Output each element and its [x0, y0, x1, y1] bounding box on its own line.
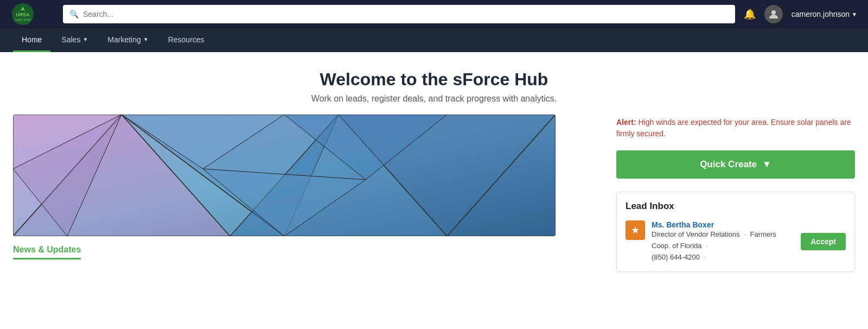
nav-item-sales[interactable]: Sales ▼: [53, 28, 97, 52]
search-input[interactable]: [83, 10, 729, 18]
content-row: News & Updates Alert: High winds are exp…: [0, 115, 868, 285]
left-panel: News & Updates: [0, 115, 608, 285]
topbar-right: 🔔 cameron.johnson ▼: [744, 5, 857, 23]
logo-area: URSA major solar: [11, 2, 54, 26]
lead-title: Director of Vendor Relations: [652, 230, 740, 238]
topbar: URSA major solar 🔍 🔔 cameron.johnson ▼: [0, 0, 868, 28]
alert-text: High winds are expected for your area. E…: [616, 118, 851, 138]
svg-text:major solar: major solar: [15, 18, 31, 21]
alert-label: Alert:: [616, 118, 636, 126]
right-panel: Alert: High winds are expected for your …: [608, 115, 868, 285]
bell-icon[interactable]: 🔔: [744, 8, 756, 20]
quick-create-chevron-icon: ▼: [762, 159, 771, 170]
lead-details: Director of Vendor Relations · Farmers C…: [652, 229, 794, 263]
nav-sales-label: Sales: [61, 35, 80, 44]
username-text: cameron.johnson: [792, 10, 850, 18]
nav-item-home[interactable]: Home: [13, 28, 50, 52]
nav-sales-chevron: ▼: [82, 36, 88, 42]
lead-inbox-card: Lead Inbox ★ Ms. Bertha Boxer Director o…: [616, 192, 855, 272]
navbar: Home Sales ▼ Marketing ▼ Resources: [0, 28, 868, 52]
lead-inbox-title: Lead Inbox: [626, 201, 846, 212]
nav-marketing-chevron: ▼: [143, 36, 149, 42]
avatar[interactable]: [764, 5, 783, 23]
logo-icon: URSA major solar: [11, 2, 35, 26]
star-icon: ★: [631, 224, 640, 236]
news-section: News & Updates: [13, 245, 595, 260]
main-content: Welcome to the sForce Hub Work on leads,…: [0, 52, 868, 329]
username[interactable]: cameron.johnson ▼: [792, 10, 857, 18]
nav-item-marketing[interactable]: Marketing ▼: [99, 28, 157, 52]
search-icon: 🔍: [69, 10, 79, 18]
hero-subtitle: Work on leads, register deals, and track…: [11, 94, 857, 104]
news-title: News & Updates: [13, 245, 81, 260]
hero-image: [13, 115, 556, 236]
nav-item-resources[interactable]: Resources: [159, 28, 213, 52]
lead-item: ★ Ms. Bertha Boxer Director of Vendor Re…: [626, 220, 846, 263]
svg-text:URSA: URSA: [16, 12, 30, 17]
nav-home-label: Home: [22, 35, 42, 44]
dot-separator-3: ·: [704, 253, 706, 261]
nav-marketing-label: Marketing: [107, 35, 141, 44]
lead-name[interactable]: Ms. Bertha Boxer: [652, 220, 794, 229]
svg-point-4: [771, 10, 776, 15]
dot-separator-1: ·: [744, 230, 746, 238]
lead-phone: (850) 644-4200: [652, 253, 700, 261]
quick-create-button[interactable]: Quick Create ▼: [616, 150, 855, 179]
dot-separator-2: ·: [706, 242, 708, 250]
alert-box: Alert: High winds are expected for your …: [616, 117, 855, 140]
hero-section: Welcome to the sForce Hub Work on leads,…: [0, 52, 868, 115]
lead-star-badge: ★: [626, 220, 645, 240]
lead-info: Ms. Bertha Boxer Director of Vendor Rela…: [652, 220, 794, 263]
search-bar[interactable]: 🔍: [63, 5, 735, 23]
page-title: Welcome to the sForce Hub: [11, 69, 857, 90]
chevron-down-icon: ▼: [852, 11, 857, 17]
accept-button[interactable]: Accept: [801, 233, 846, 250]
nav-resources-label: Resources: [168, 35, 205, 44]
quick-create-label: Quick Create: [700, 159, 757, 170]
